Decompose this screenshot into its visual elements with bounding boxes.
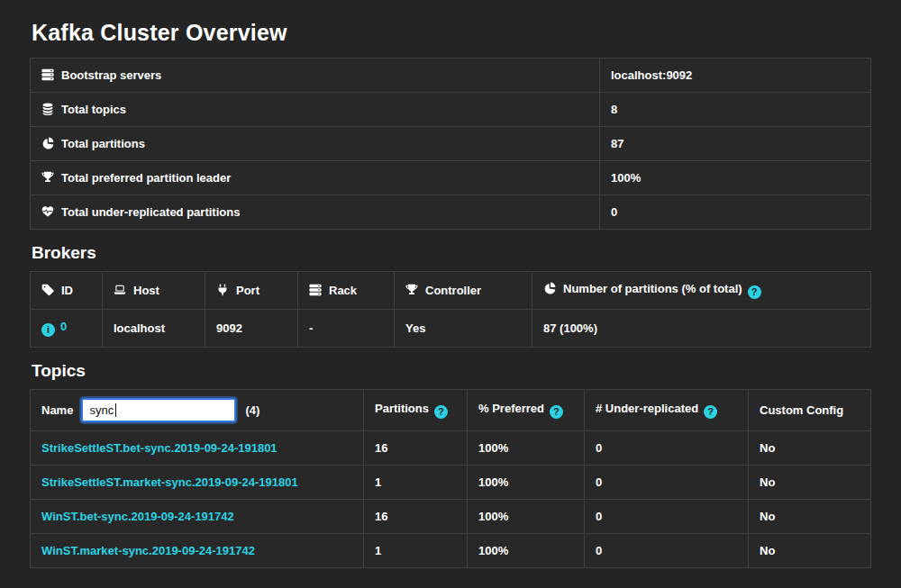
column-header-label: Host bbox=[133, 284, 159, 297]
column-header-label: Controller bbox=[425, 284, 481, 297]
trophy-icon bbox=[405, 284, 418, 296]
brokers-header-row: ID Host Port Rack Controller Number of p… bbox=[31, 272, 871, 310]
table-row: Bootstrap servers localhost:9092 bbox=[31, 59, 871, 93]
topic-name-link[interactable]: StrikeSettleST.market-sync.2019-09-24-19… bbox=[41, 475, 298, 489]
overview-row-label: Total under-replicated partitions bbox=[61, 205, 240, 219]
tag-icon bbox=[41, 284, 54, 296]
server-icon bbox=[41, 68, 54, 81]
broker-host: localhost bbox=[103, 310, 205, 348]
topic-under-replicated: 0 bbox=[585, 534, 749, 568]
topic-partitions: 1 bbox=[364, 466, 468, 500]
overview-row-label: Total partitions bbox=[61, 137, 145, 150]
cluster-overview-table: Bootstrap servers localhost:9092 Total t… bbox=[30, 58, 871, 230]
topic-partitions: 16 bbox=[364, 500, 468, 534]
topic-row: WinST.bet-sync.2019-09-24-191742 16 100%… bbox=[31, 500, 871, 534]
broker-port: 9092 bbox=[205, 310, 298, 348]
info-circle-icon[interactable]: i bbox=[41, 323, 55, 337]
broker-controller: Yes bbox=[395, 310, 532, 348]
topic-custom-config: No bbox=[749, 500, 871, 534]
topic-name-link[interactable]: StrikeSettleST.bet-sync.2019-09-24-19180… bbox=[41, 441, 278, 455]
topic-preferred: 100% bbox=[468, 431, 585, 466]
topic-preferred: 100% bbox=[468, 466, 585, 500]
overview-row-value: 8 bbox=[600, 93, 871, 127]
table-row: Total partitions 87 bbox=[31, 127, 871, 161]
topic-search-wrap bbox=[81, 398, 236, 422]
topic-search-input[interactable] bbox=[81, 398, 236, 422]
question-circle-icon[interactable]: ? bbox=[434, 405, 448, 419]
text-caret bbox=[115, 403, 116, 417]
brokers-heading: Brokers bbox=[32, 243, 871, 263]
brokers-table: ID Host Port Rack Controller Number of p… bbox=[30, 271, 871, 348]
topic-under-replicated: 0 bbox=[585, 500, 749, 534]
pie-chart-icon bbox=[41, 137, 54, 149]
column-header-label: Partitions bbox=[375, 402, 429, 415]
topic-partitions: 16 bbox=[364, 431, 468, 466]
topic-preferred: 100% bbox=[468, 500, 585, 534]
server-icon bbox=[309, 284, 322, 296]
broker-row: i0 localhost 9092 - Yes 87 (100%) bbox=[31, 310, 871, 348]
question-circle-icon[interactable]: ? bbox=[550, 405, 563, 419]
topic-row: StrikeSettleST.bet-sync.2019-09-24-19180… bbox=[31, 431, 871, 466]
topic-name-column-label: Name bbox=[41, 403, 73, 417]
overview-row-label: Bootstrap servers bbox=[61, 68, 161, 82]
topic-row: StrikeSettleST.market-sync.2019-09-24-19… bbox=[31, 466, 871, 500]
topic-preferred: 100% bbox=[468, 534, 585, 568]
table-row: Total preferred partition leader 100% bbox=[31, 161, 871, 195]
column-header-label: Rack bbox=[329, 284, 357, 297]
table-row: Total topics 8 bbox=[31, 93, 871, 127]
kafka-cluster-overview-page: Kafka Cluster Overview Bootstrap servers… bbox=[0, 0, 901, 568]
database-icon bbox=[41, 103, 54, 115]
overview-row-label: Total preferred partition leader bbox=[61, 171, 231, 185]
column-header-label: ID bbox=[61, 284, 73, 297]
overview-row-value: 0 bbox=[600, 195, 871, 230]
broker-rack: - bbox=[298, 310, 395, 348]
overview-row-value: 87 bbox=[600, 127, 871, 161]
topic-filter-count: (4) bbox=[245, 403, 259, 417]
page-title: Kafka Cluster Overview bbox=[32, 20, 871, 46]
column-header-label: Custom Config bbox=[760, 403, 843, 417]
topic-name-link[interactable]: WinST.bet-sync.2019-09-24-191742 bbox=[41, 510, 234, 523]
topic-custom-config: No bbox=[749, 534, 871, 568]
topics-heading: Topics bbox=[32, 361, 871, 381]
question-circle-icon[interactable]: ? bbox=[704, 405, 717, 419]
trophy-icon bbox=[41, 171, 54, 184]
topic-custom-config: No bbox=[749, 466, 871, 500]
topic-under-replicated: 0 bbox=[585, 466, 749, 500]
column-header-label: # Under-replicated bbox=[596, 402, 698, 415]
overview-row-value: localhost:9092 bbox=[600, 59, 871, 93]
overview-row-label: Total topics bbox=[61, 103, 126, 116]
overview-row-value: 100% bbox=[600, 161, 871, 195]
column-header-label: % Preferred bbox=[478, 402, 544, 415]
table-row: Total under-replicated partitions 0 bbox=[31, 195, 871, 230]
topics-header-row: Name (4) Partitions? % Preferred? # Unde… bbox=[31, 390, 871, 431]
broker-id-link[interactable]: 0 bbox=[60, 320, 67, 333]
column-header-label: Port bbox=[236, 284, 259, 297]
broker-partitions: 87 (100%) bbox=[532, 310, 871, 348]
question-circle-icon[interactable]: ? bbox=[748, 285, 761, 299]
laptop-icon bbox=[114, 284, 126, 296]
pie-chart-icon bbox=[543, 282, 556, 294]
column-header-label: Number of partitions (% of total) bbox=[563, 282, 742, 295]
topic-partitions: 1 bbox=[364, 534, 468, 568]
heartbeat-icon bbox=[41, 205, 54, 218]
plug-icon bbox=[216, 284, 229, 296]
topic-under-replicated: 0 bbox=[585, 431, 749, 466]
topic-custom-config: No bbox=[749, 431, 871, 466]
topics-table: Name (4) Partitions? % Preferred? # Unde… bbox=[30, 389, 871, 568]
topic-row: WinST.market-sync.2019-09-24-191742 1 10… bbox=[31, 534, 871, 568]
topic-name-link[interactable]: WinST.market-sync.2019-09-24-191742 bbox=[41, 544, 255, 557]
